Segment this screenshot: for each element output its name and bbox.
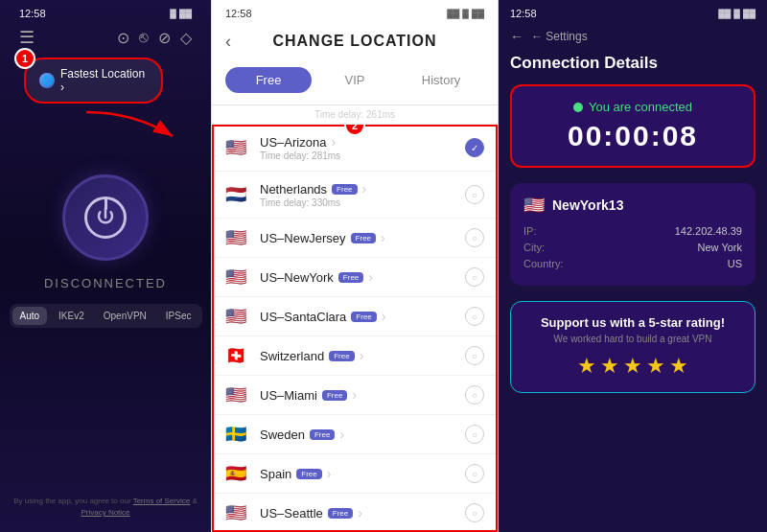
location-text: Fastest Location › xyxy=(60,67,148,94)
star-1[interactable]: ★ xyxy=(577,354,596,379)
menu-icon[interactable]: ☰ xyxy=(19,27,35,48)
chevron-icon: › xyxy=(331,134,336,150)
power-button[interactable] xyxy=(62,174,149,261)
check-icon-sweden: ○ xyxy=(465,425,484,444)
green-dot-icon xyxy=(573,103,583,112)
server-name: NewYork13 xyxy=(552,197,623,213)
free-badge: Free xyxy=(329,351,354,361)
chevron-icon: › xyxy=(339,427,344,442)
flag-santaclara: 🇺🇸 xyxy=(225,308,250,325)
connection-details-header: ← ← Settings xyxy=(499,23,767,54)
check-icon-miami: ○ xyxy=(465,385,484,405)
list-item[interactable]: 🇸🇪 Sweden Free › ○ xyxy=(212,415,498,454)
list-item[interactable]: 🇺🇸 US–NewYork Free › ○ xyxy=(212,258,498,297)
flag-switzerland: 🇨🇭 xyxy=(225,347,250,364)
signal-panel3: ▓▓ ▓ ▓▓ xyxy=(718,9,755,18)
list-item[interactable]: 🇨🇭 Switzerland Free › ○ xyxy=(212,336,498,376)
check-icon-newjersey: ○ xyxy=(465,228,484,247)
list-item[interactable]: 🇺🇸 US–NewJersey Free › ○ xyxy=(212,219,498,258)
flag-newjersey: 🇺🇸 xyxy=(225,229,250,246)
location-pin-icon[interactable]: ⊙ xyxy=(117,29,129,47)
location-name-spain: Spain Free › xyxy=(260,466,465,481)
tab-ipsec[interactable]: IPSec xyxy=(158,307,199,325)
flag-miami: 🇺🇸 xyxy=(225,386,250,404)
power-svg xyxy=(94,206,117,229)
list-item[interactable]: 🇪🇸 Spain Free › ○ xyxy=(212,454,498,494)
location-name-newyork: US–NewYork Free › xyxy=(260,269,465,285)
connected-text: You are connected xyxy=(589,100,692,114)
location-info-spain: Spain Free › xyxy=(260,466,465,481)
annotation-badge-1: 1 xyxy=(14,48,35,69)
wifi-icon: ▓ xyxy=(170,9,176,18)
star-5[interactable]: ★ xyxy=(669,354,688,379)
delay-hint-text: Time delay: 261ms xyxy=(314,109,395,120)
connected-card: You are connected 00:00:08 xyxy=(510,84,755,168)
arrow-annotation xyxy=(77,107,182,146)
location-info-arizona: US–Arizona › Time delay: 281ms xyxy=(260,134,465,161)
rating-title: Support us with a 5-star rating! xyxy=(524,315,741,330)
signal-icon: ▓▓ xyxy=(447,9,459,18)
location-name-newjersey: US–NewJersey Free › xyxy=(260,230,465,245)
settings-link[interactable]: ← Settings xyxy=(531,30,588,43)
battery-p3: ▓▓ xyxy=(743,9,755,18)
wifi-p3: ▓ xyxy=(733,9,740,18)
time-panel1: 12:58 xyxy=(19,8,46,19)
tab-auto[interactable]: Auto xyxy=(12,307,48,325)
location-info-newjersey: US–NewJersey Free › xyxy=(260,230,465,245)
list-item[interactable]: 🇺🇸 US–Seattle Free › ○ xyxy=(212,494,498,532)
share-icon[interactable]: ⎋ xyxy=(139,29,149,46)
tab-openvpn[interactable]: OpenVPN xyxy=(96,307,154,325)
chevron-icon: › xyxy=(360,348,364,363)
chevron-icon: › xyxy=(381,230,385,245)
location-info-sweden: Sweden Free › xyxy=(260,427,465,442)
privacy-link[interactable]: Privacy Notice xyxy=(81,508,129,517)
star-3[interactable]: ★ xyxy=(623,354,642,379)
check-icon-newyork: ○ xyxy=(465,267,484,287)
back-button-p3[interactable]: ← xyxy=(510,29,523,44)
tab-free[interactable]: Free xyxy=(225,67,312,93)
star-rating[interactable]: ★ ★ ★ ★ ★ xyxy=(524,354,741,379)
free-badge: Free xyxy=(351,312,376,322)
tab-vip[interactable]: VIP xyxy=(312,67,398,93)
flag-newyork: 🇺🇸 xyxy=(225,268,250,286)
location-name-miami: US–Miami Free › xyxy=(260,387,465,403)
list-item[interactable]: 🇺🇸 US–SantaClara Free › ○ xyxy=(212,297,498,336)
free-badge: Free xyxy=(332,184,357,195)
location-name-santaclara: US–SantaClara Free › xyxy=(260,309,465,324)
flag-seattle: 🇺🇸 xyxy=(225,504,250,521)
diamond-icon[interactable]: ◇ xyxy=(180,29,192,47)
rating-subtitle: We worked hard to build a great VPN xyxy=(524,334,741,344)
star-4[interactable]: ★ xyxy=(646,354,665,379)
free-badge: Free xyxy=(296,469,321,479)
flag-server: 🇺🇸 xyxy=(523,195,545,216)
check-icon-seattle: ○ xyxy=(465,503,484,522)
vpn-home-panel: 12:58 ▓ ▓▓ ☰ ⊙ ⎋ ⊘ ◇ 1 🌐 Fastest Locatio… xyxy=(0,0,211,532)
back-button-p2[interactable]: ‹ xyxy=(225,32,231,52)
location-info-santaclara: US–SantaClara Free › xyxy=(260,309,465,324)
free-badge: Free xyxy=(328,508,353,519)
tab-ikev2[interactable]: IKEv2 xyxy=(51,307,92,325)
chevron-icon: › xyxy=(382,309,386,324)
tab-history[interactable]: History xyxy=(398,67,484,93)
flag-sweden: 🇸🇪 xyxy=(225,426,250,443)
terms-link[interactable]: Terms of Service xyxy=(133,497,191,505)
location-selector[interactable]: 1 🌐 Fastest Location › xyxy=(24,58,163,104)
location-info-miami: US–Miami Free › xyxy=(260,387,465,403)
list-item[interactable]: 🇳🇱 Netherlands Free › Time delay: 330ms … xyxy=(212,172,498,219)
star-2[interactable]: ★ xyxy=(600,354,619,379)
help-icon[interactable]: ⊘ xyxy=(158,29,171,47)
flag-spain: 🇪🇸 xyxy=(225,465,250,482)
time-panel3: 12:58 xyxy=(510,8,537,19)
protocol-tabs: Auto IKEv2 OpenVPN IPSec xyxy=(10,304,202,328)
page-title-p3: Connection Details xyxy=(510,54,755,73)
check-icon-santaclara: ○ xyxy=(465,307,484,326)
delay-arizona: Time delay: 281ms xyxy=(260,150,465,161)
connection-status-indicator: You are connected xyxy=(573,100,692,114)
ip-label: IP: xyxy=(523,225,536,237)
scroll-hint: Time delay: 261ms xyxy=(212,105,498,125)
location-info-switzerland: Switzerland Free › xyxy=(260,348,465,363)
page-title-p2: CHANGE LOCATION xyxy=(272,33,436,50)
chevron-icon: › xyxy=(352,387,357,403)
free-badge: Free xyxy=(310,429,335,440)
list-item[interactable]: 🇺🇸 US–Miami Free › ○ xyxy=(212,376,498,415)
